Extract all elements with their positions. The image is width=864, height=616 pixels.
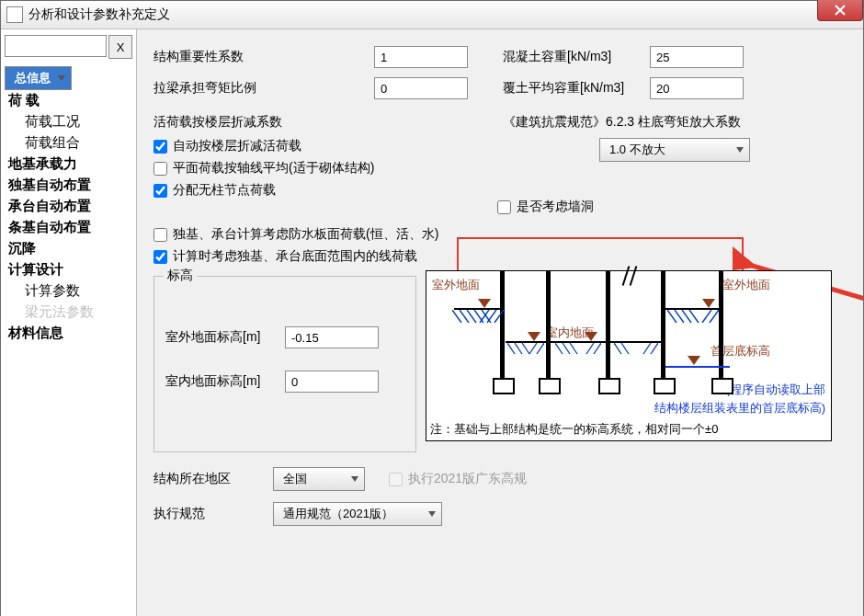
nav-item-5[interactable]: 独基自动布置 [5, 175, 132, 196]
live-load-section-title: 活荷载按楼层折减系数 [153, 114, 503, 131]
svg-line-17 [522, 343, 529, 354]
nav-item-12[interactable]: 材料信息 [5, 323, 132, 344]
chk-plane-avg[interactable]: 平面荷载按轴线平均(适于砌体结构) [153, 160, 503, 177]
sidebar-search-input[interactable] [5, 35, 107, 57]
nav-item-11[interactable]: 梁元法参数 [5, 302, 132, 323]
svg-line-1 [452, 310, 461, 323]
nav-item-10[interactable]: 计算参数 [5, 280, 132, 302]
elevation-diagram: 室外地面 室外地面 室内地面 首层底标高 (程序自动读取上部 结构楼层组装表里的… [426, 270, 832, 441]
svg-line-27 [651, 343, 658, 354]
chk-auto-reduce-box[interactable] [153, 140, 167, 154]
svg-line-23 [594, 343, 601, 354]
chk-distribute-box[interactable] [153, 184, 167, 198]
chk-auto-reduce[interactable]: 自动按楼层折减活荷载 [153, 138, 503, 154]
svg-line-3 [467, 310, 476, 323]
chk-plane-avg-box[interactable] [153, 162, 167, 176]
svg-line-26 [621, 343, 629, 354]
close-icon [835, 5, 846, 16]
svg-line-28 [643, 343, 651, 354]
region-select[interactable]: 全国 [273, 467, 365, 491]
nav-item-9[interactable]: 计算设计 [5, 259, 132, 280]
concrete-label: 混凝土容重[kN/m3] [503, 49, 650, 65]
nav-item-1[interactable]: 荷 载 [5, 90, 132, 111]
svg-line-13 [710, 310, 719, 323]
nav-item-0[interactable]: 总信息 [5, 66, 72, 90]
svg-line-9 [667, 310, 676, 323]
indoor-elev-label: 室内地面标高[m] [165, 373, 285, 390]
svg-line-8 [480, 310, 489, 323]
soil-label: 覆土平均容重[kN/m3] [503, 80, 650, 97]
region-label: 结构所在地区 [153, 471, 273, 487]
svg-line-25 [614, 343, 621, 354]
main-panel: 结构重要性系数 拉梁承担弯矩比例 混凝土容重[kN/m3] 覆土平均容重[kN/… [137, 29, 863, 616]
svg-line-18 [537, 343, 544, 354]
svg-line-21 [563, 343, 570, 354]
beam-ratio-input[interactable] [374, 77, 468, 99]
outdoor-elev-label: 室外地面标高[m] [165, 329, 285, 346]
importance-label: 结构重要性系数 [153, 49, 374, 65]
svg-line-22 [570, 343, 577, 354]
diagram-note2: 结构楼层组装表里的首层底标高) [654, 400, 825, 416]
seismic-note: 《建筑抗震规范》6.2.3 柱底弯矩放大系数 [503, 114, 847, 131]
svg-line-7 [487, 310, 496, 323]
svg-line-15 [507, 343, 515, 354]
diagram-outdoor-right: 室外地面 [722, 277, 770, 293]
soil-input[interactable] [650, 77, 744, 99]
chk-wall-hole[interactable]: 是否考虑墙洞 [497, 199, 841, 215]
elevation-group: 标高 室外地面标高[m] 室内地面标高[m] [153, 276, 416, 452]
sidebar-clear-button[interactable]: X [108, 35, 132, 59]
magnify-select[interactable]: 1.0 不放大 [599, 138, 750, 162]
nav-item-3[interactable]: 荷载组合 [5, 132, 132, 154]
svg-line-16 [515, 343, 522, 354]
chk-line-load[interactable]: 计算时考虑独基、承台底面范围内的线荷载 [153, 248, 847, 265]
chk-guangdong-box [389, 473, 403, 486]
importance-input[interactable] [374, 46, 468, 68]
svg-line-2 [460, 310, 469, 323]
nav-item-2[interactable]: 荷载工况 [5, 111, 132, 132]
close-button[interactable] [817, 0, 863, 21]
chk-line-load-box[interactable] [153, 250, 167, 264]
sidebar: X 总信息荷 载荷载工况荷载组合地基承载力独基自动布置承台自动布置条基自动布置沉… [1, 29, 137, 616]
diagram-outdoor-left: 室外地面 [432, 277, 480, 293]
app-icon [6, 6, 23, 23]
svg-line-11 [682, 310, 691, 323]
svg-line-19 [529, 343, 537, 354]
window-title: 分析和设计参数补充定义 [28, 6, 170, 23]
code-label: 执行规范 [153, 506, 273, 522]
nav-item-4[interactable]: 地基承载力 [5, 154, 132, 175]
code-select[interactable]: 通用规范（2021版） [273, 502, 442, 526]
nav-item-8[interactable]: 沉降 [5, 238, 132, 259]
chk-water[interactable]: 独基、承台计算考虑防水板面荷载(恒、活、水) [153, 226, 847, 243]
beam-ratio-label: 拉梁承担弯矩比例 [153, 80, 374, 97]
elevation-group-title: 标高 [164, 268, 197, 284]
concrete-input[interactable] [650, 46, 744, 68]
chk-wall-hole-box[interactable] [497, 200, 511, 214]
svg-line-4 [474, 310, 483, 323]
nav-item-6[interactable]: 承台自动布置 [5, 196, 132, 217]
nav-item-7[interactable]: 条基自动布置 [5, 217, 132, 238]
outdoor-elev-input[interactable] [285, 326, 379, 348]
diagram-note3: 注：基础与上部结构是统一的标高系统，相对同一个±0 [430, 421, 718, 438]
chk-water-box[interactable] [153, 228, 167, 242]
svg-line-12 [689, 310, 699, 323]
svg-line-24 [586, 343, 594, 354]
svg-line-6 [495, 310, 504, 323]
titlebar: 分析和设计参数补充定义 [1, 1, 863, 29]
svg-line-14 [702, 310, 711, 323]
svg-line-10 [675, 310, 684, 323]
svg-line-20 [555, 343, 563, 354]
chk-distribute[interactable]: 分配无柱节点荷载 [153, 182, 503, 199]
diagram-note1: (程序自动读取上部 [726, 382, 825, 398]
indoor-elev-input[interactable] [285, 371, 379, 393]
svg-line-5 [482, 310, 491, 323]
chk-guangdong[interactable]: 执行2021版广东高规 [389, 471, 527, 487]
